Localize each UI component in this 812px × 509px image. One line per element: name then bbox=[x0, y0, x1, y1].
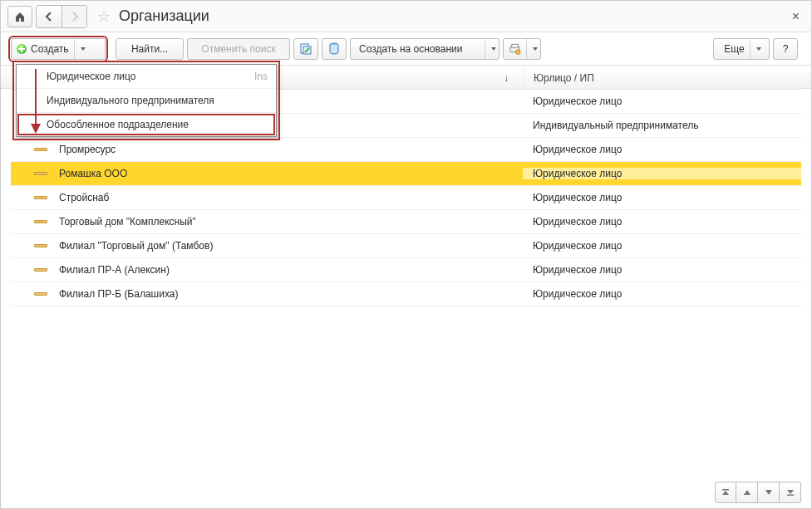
table-row[interactable]: Филиал ПР-Б (Балашиха)Юридическое лицо bbox=[11, 282, 801, 306]
bar-down-icon bbox=[786, 488, 795, 497]
row-name: Стройснаб bbox=[59, 192, 523, 203]
create-dropdown-arrow[interactable] bbox=[74, 39, 86, 59]
svg-point-5 bbox=[515, 49, 520, 54]
grid-nav-buttons bbox=[715, 482, 801, 503]
svg-rect-7 bbox=[787, 495, 794, 497]
arrow-right-icon bbox=[70, 12, 80, 22]
favorite-icon[interactable]: ☆ bbox=[97, 7, 111, 26]
print-gear-icon bbox=[509, 42, 521, 56]
help-button[interactable]: ? bbox=[773, 38, 798, 60]
table-row[interactable]: ПромресурсЮридическое лицо bbox=[11, 138, 801, 162]
triangle-down-icon bbox=[765, 488, 773, 497]
row-marker-icon bbox=[34, 196, 47, 199]
forward-button[interactable] bbox=[62, 6, 86, 27]
more-dropdown-arrow[interactable] bbox=[750, 39, 762, 59]
close-button[interactable]: × bbox=[787, 9, 805, 24]
nav-group bbox=[36, 5, 87, 28]
more-label: Еще bbox=[724, 43, 744, 55]
table-row[interactable]: СтройснабЮридическое лицо bbox=[11, 186, 801, 210]
cancel-search-label: Отменить поиск bbox=[201, 43, 275, 55]
grid-last-button[interactable] bbox=[780, 482, 801, 503]
more-button[interactable]: Еще bbox=[713, 38, 770, 60]
row-type: Юридическое лицо bbox=[523, 192, 801, 203]
row-type: Юридическое лицо bbox=[523, 264, 801, 276]
menu-item-subdivision[interactable]: Обособленное подразделение bbox=[17, 113, 276, 136]
row-marker-icon bbox=[34, 244, 47, 247]
row-type: Юридическое лицо bbox=[523, 216, 801, 228]
row-type: Юридическое лицо bbox=[523, 95, 801, 107]
chevron-down-icon bbox=[80, 46, 86, 52]
print-button[interactable] bbox=[503, 38, 541, 60]
clipboard-icon bbox=[299, 42, 312, 56]
help-label: ? bbox=[783, 43, 789, 55]
find-button[interactable]: Найти... bbox=[116, 38, 184, 60]
create-based-dropdown-arrow[interactable] bbox=[485, 39, 497, 59]
row-name: Филиал "Торговый дом" (Тамбов) bbox=[59, 240, 523, 252]
menu-item-label: Юридическое лицо bbox=[47, 71, 135, 82]
row-marker-icon bbox=[34, 172, 47, 175]
table-row[interactable]: Торговый дом "Комплексный"Юридическое ли… bbox=[11, 210, 801, 234]
database-icon bbox=[328, 42, 340, 56]
page-title: Организации bbox=[119, 7, 209, 25]
row-type: Юридическое лицо bbox=[523, 168, 801, 179]
chevron-down-icon bbox=[755, 46, 762, 52]
row-marker-icon bbox=[34, 268, 47, 272]
clipboard-button[interactable] bbox=[293, 38, 318, 60]
svg-rect-4 bbox=[512, 44, 519, 47]
print-dropdown-arrow[interactable] bbox=[526, 39, 539, 59]
table-row[interactable]: Филиал "Торговый дом" (Тамбов)Юридическо… bbox=[11, 234, 801, 258]
row-name: Филиал ПР-А (Алексин) bbox=[59, 264, 523, 276]
svg-rect-6 bbox=[722, 489, 729, 491]
bar-up-icon bbox=[721, 488, 730, 497]
chevron-down-icon bbox=[490, 46, 497, 52]
create-based-label: Создать на основании bbox=[359, 43, 463, 55]
menu-item-label: Индивидуального предпринимателя bbox=[47, 95, 214, 106]
row-type: Юридическое лицо bbox=[523, 288, 801, 300]
table-row[interactable]: Филиал ПР-А (Алексин)Юридическое лицо bbox=[11, 258, 801, 282]
create-dropdown-menu: Юридическое лицо Ins Индивидуального пре… bbox=[16, 64, 277, 137]
triangle-up-icon bbox=[743, 488, 751, 497]
row-type: Юридическое лицо bbox=[523, 240, 801, 252]
row-name: Ромашка ООО bbox=[59, 168, 523, 179]
create-button-label: Создать bbox=[31, 43, 69, 55]
row-type: Индивидуальный предприниматель bbox=[523, 120, 801, 131]
create-button[interactable]: Создать bbox=[11, 38, 106, 60]
row-name: Торговый дом "Комплексный" bbox=[59, 216, 523, 228]
home-icon bbox=[14, 11, 26, 22]
titlebar: ☆ Организации × bbox=[1, 1, 811, 32]
column-header-type[interactable]: Юрлицо / ИП bbox=[523, 66, 801, 89]
row-marker-icon bbox=[34, 220, 47, 223]
grid-up-button[interactable] bbox=[736, 482, 758, 503]
column-sort-indicator[interactable]: ↓ bbox=[490, 66, 523, 89]
row-name: Промресурс bbox=[59, 144, 523, 155]
create-based-button[interactable]: Создать на основании bbox=[350, 38, 500, 60]
arrow-left-icon bbox=[44, 12, 54, 22]
chevron-down-icon bbox=[532, 46, 539, 52]
back-button[interactable] bbox=[37, 6, 62, 27]
table-row[interactable]: Ромашка ОООЮридическое лицо bbox=[11, 162, 801, 186]
row-marker-icon bbox=[34, 148, 47, 151]
plus-icon bbox=[17, 44, 27, 54]
menu-item-label: Обособленное подразделение bbox=[47, 119, 189, 130]
database-button[interactable] bbox=[322, 38, 347, 60]
home-button[interactable] bbox=[7, 6, 32, 27]
menu-item-legal-entity[interactable]: Юридическое лицо Ins bbox=[17, 65, 276, 89]
row-name: Филиал ПР-Б (Балашиха) bbox=[59, 288, 523, 300]
row-type: Юридическое лицо bbox=[523, 144, 801, 155]
cancel-search-button[interactable]: Отменить поиск bbox=[187, 38, 290, 60]
row-marker-icon bbox=[34, 292, 47, 296]
toolbar: Создать Найти... Отменить поиск Создать … bbox=[1, 32, 811, 66]
menu-item-individual[interactable]: Индивидуального предпринимателя bbox=[17, 89, 276, 113]
menu-item-shortcut: Ins bbox=[254, 71, 268, 82]
find-button-label: Найти... bbox=[131, 43, 168, 55]
grid-down-button[interactable] bbox=[758, 482, 780, 503]
grid-first-button[interactable] bbox=[715, 482, 736, 503]
